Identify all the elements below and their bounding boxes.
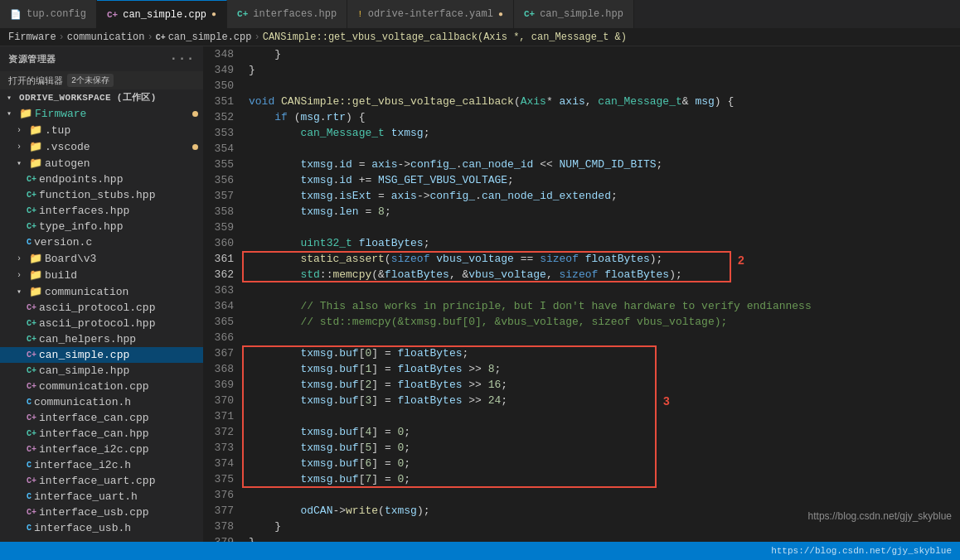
line-num: 373 [203,440,234,456]
sidebar-item-endpoints-hpp[interactable]: C+ endpoints.hpp [0,171,203,187]
tab-label: can_simple.cpp [123,9,206,21]
sidebar-item-ascii-protocol-hpp[interactable]: C+ ascii_protocol.hpp [0,316,203,331]
sidebar-item-label: version.c [34,236,92,249]
sidebar-item-interface-uart-h[interactable]: C interface_uart.h [0,489,203,504]
sidebar-item-type-info[interactable]: C+ type_info.hpp [0,219,203,234]
sidebar-item-can-simple-hpp[interactable]: C+ can_simple.hpp [0,363,203,379]
line-num: 358 [203,204,234,220]
sidebar-item-interface-can-hpp[interactable]: C+ interface_can.hpp [0,426,203,442]
sidebar-item-label: interface_can.hpp [39,427,149,440]
cpp-icon: C+ [107,10,118,20]
sidebar-item-interface-usb-h[interactable]: C interface_usb.h [0,520,203,536]
line-num: 353 [203,125,234,141]
c-icon: C [27,398,32,407]
sidebar-subheader-label: 打开的编辑器 [8,75,63,87]
sidebar-item-communication-cpp[interactable]: C+ communication.cpp [0,379,203,394]
line-num: 359 [203,220,234,235]
sidebar-item-label: interface_uart.h [34,490,138,503]
code-line-350 [249,78,960,94]
sidebar-item-ascii-protocol-cpp[interactable]: C+ ascii_protocol.cpp [0,300,203,316]
main-area: 资源管理器 ··· 打开的编辑器 2个未保存 ▾ ODRIVE_WORKSPAC… [0,46,960,542]
sidebar-item-label: Board\v3 [45,253,96,265]
sidebar-item-boardv3[interactable]: › 📁 Board\v3 [0,250,203,267]
sidebar-item-label: interface_usb.cpp [39,506,149,519]
tab-tup-config[interactable]: 📄 tup.config [0,0,97,28]
folder-icon: 📁 [19,107,32,120]
sidebar-item-can-simple-cpp[interactable]: C+ can_simple.cpp 1 [0,347,203,363]
sidebar-item-label: interface_uart.cpp [39,475,155,487]
line-num: 362 [203,267,234,282]
code-line-375: txmsg.buf[7] = 0; [249,471,960,487]
folder-icon: 📁 [29,123,42,137]
code-line-357: txmsg.isExt = axis->config_.can_node_id_… [249,188,960,204]
code-container[interactable]: 348 349 350 351 352 353 354 355 356 357 … [203,46,960,542]
breadcrumb-part[interactable]: can_simple.cpp [168,31,252,43]
hpp-icon: C+ [27,366,36,375]
cpp-icon: C+ [27,508,36,517]
sidebar-item-interface-i2c-h[interactable]: C interface_i2c.h [0,457,203,473]
code-line-364: // This also works in principle, but I d… [249,298,960,314]
cpp-icon: C+ [27,445,36,454]
cpp-icon: C+ [27,476,36,485]
line-num: 354 [203,141,234,157]
yaml-icon: ! [357,9,363,19]
sidebar-item-interface-can-cpp[interactable]: C+ interface_can.cpp [0,410,203,426]
line-num: 376 [203,487,234,503]
c-icon: C [27,461,32,470]
hpp-icon: C+ [27,335,36,344]
code-line-366 [249,330,960,345]
chevron-right-icon: › [17,142,27,152]
cpp-icon: C+ [27,382,36,391]
sidebar-item-label: communication.h [34,396,131,408]
code-line-360: uint32_t floatBytes; [249,235,960,251]
sidebar-subheader: 打开的编辑器 2个未保存 [0,71,203,89]
code-line-361: static_assert(sizeof vbus_voltage == siz… [249,251,960,267]
line-num: 360 [203,235,234,251]
breadcrumb-method[interactable]: CANSimple::get_vbus_voltage_callback(Axi… [263,31,627,43]
sidebar-item-interfaces-hpp[interactable]: C+ interfaces.hpp [0,203,203,219]
sidebar-item-label: ascii_protocol.cpp [39,302,155,314]
sidebar-tree[interactable]: ▾ 📁 Firmware › 📁 .tup › 📁 .vscode ▾ [0,105,203,542]
sidebar-item-label: can_simple.cpp [39,349,129,361]
tab-can-simple-hpp[interactable]: C+ can_simple.hpp [514,0,634,28]
tab-can-simple-cpp[interactable]: C+ can_simple.cpp ● [97,0,227,28]
sidebar-item-can-helpers[interactable]: C+ can_helpers.hpp [0,331,203,347]
sidebar-item-communication-h[interactable]: C communication.h [0,394,203,410]
sidebar-item-firmware[interactable]: ▾ 📁 Firmware [0,105,203,122]
sidebar-menu-icon[interactable]: ··· [170,51,195,66]
code-line-369: txmsg.buf[2] = floatBytes >> 16; [249,377,960,393]
sidebar-item-version-c[interactable]: C version.c [0,234,203,250]
sidebar-item-label: interfaces.hpp [39,205,129,217]
breadcrumb-part[interactable]: Firmware [8,31,56,43]
sidebar-item-function-stubs[interactable]: C+ function_stubs.hpp [0,187,203,203]
code-line-355: txmsg.id = axis->config_.can_node_id << … [249,157,960,172]
sidebar-item-label: interface_i2c.cpp [39,443,149,456]
code-line-353: can_Message_t txmsg; [249,125,960,141]
editor-area[interactable]: 348 349 350 351 352 353 354 355 356 357 … [203,46,960,542]
breadcrumb-part[interactable]: communication [67,31,145,43]
chevron-right-icon: › [17,254,27,263]
sidebar-item-label: type_info.hpp [39,220,123,233]
tab-odrive-yaml[interactable]: ! odrive-interface.yaml ● [347,0,514,28]
hpp-icon: C+ [27,429,36,438]
hpp-icon: C+ [27,319,36,328]
sidebar-item-label: Firmware [35,108,86,120]
tab-label: interfaces.hpp [253,8,337,20]
cpp-icon: C+ [27,350,36,360]
sidebar-item-interface-usb-cpp[interactable]: C+ interface_usb.cpp [0,504,203,520]
folder-icon: 📁 [29,268,42,282]
tab-interfaces-hpp[interactable]: C+ interfaces.hpp [227,0,347,28]
sidebar-item-interface-uart-cpp[interactable]: C+ interface_uart.cpp [0,473,203,489]
sidebar-item-build[interactable]: › 📁 build [0,267,203,283]
folder-icon: 📁 [29,285,42,298]
sidebar-item-vscode[interactable]: › 📁 .vscode [0,138,203,155]
sidebar-item-interface-i2c-cpp[interactable]: C+ interface_i2c.cpp [0,442,203,457]
code-content[interactable]: } } void CANSimple::get_vbus_voltage_cal… [240,46,960,542]
line-num: 371 [203,408,234,424]
sidebar-item-autogen[interactable]: ▾ 📁 autogen [0,155,203,171]
sidebar-item-communication[interactable]: ▾ 📁 communication [0,283,203,300]
line-num: 355 [203,157,234,172]
sidebar-item-tup[interactable]: › 📁 .tup [0,122,203,138]
sidebar-item-label: can_helpers.hpp [39,333,136,345]
website-label: https://blog.csdn.net/gjy_skyblue [771,546,952,556]
